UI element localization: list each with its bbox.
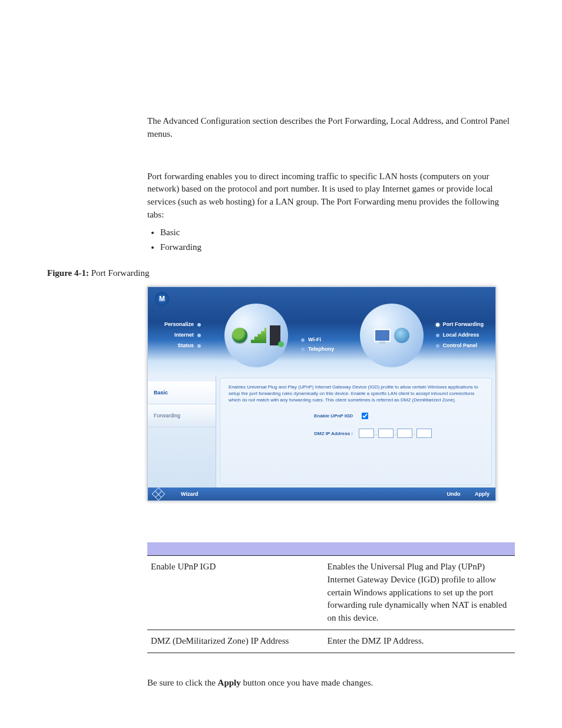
- side-tabs: Basic Forwarding: [148, 375, 216, 487]
- router-footer: Wizard Undo Apply: [148, 487, 495, 500]
- nav-status[interactable]: Status: [164, 342, 201, 348]
- nav-internet[interactable]: Internet: [164, 332, 201, 338]
- dot-icon: [436, 323, 439, 327]
- wizard-link[interactable]: Wizard: [181, 491, 198, 497]
- globe-icon: [232, 328, 247, 343]
- closing-note: Be sure to click the Apply button once y…: [147, 677, 515, 690]
- nav-telephony[interactable]: Telephony: [301, 346, 334, 352]
- figure-title: Port Forwarding: [91, 268, 150, 278]
- dot-icon: [197, 344, 201, 348]
- apply-button[interactable]: Apply: [475, 491, 490, 497]
- dmz-ip-octet-2[interactable]: [378, 429, 394, 438]
- pc-tower-icon: [270, 325, 280, 345]
- dmz-ip-octet-3[interactable]: [397, 429, 412, 438]
- dot-icon: [436, 344, 439, 348]
- nav-port-forwarding[interactable]: Port Forwarding: [436, 321, 484, 327]
- nav-control-panel[interactable]: Control Panel: [436, 342, 484, 348]
- option-name: DMZ (DeMilitarized Zone) IP Address: [147, 630, 324, 653]
- monitor-icon: [374, 329, 391, 342]
- nav-wifi[interactable]: Wi-Fi: [301, 337, 334, 342]
- enable-upnp-checkbox[interactable]: [362, 413, 369, 420]
- enable-upnp-label: Enable UPnP IGD: [229, 413, 353, 419]
- tab-forwarding[interactable]: Forwarding: [148, 404, 216, 427]
- dot-icon: [197, 323, 201, 327]
- router-header: M Personalize Internet Status Wi-Fi Tele…: [148, 287, 495, 375]
- apply-text-bold: Apply: [218, 678, 241, 687]
- nav-personalize[interactable]: Personalize: [164, 321, 201, 327]
- figure-caption: Figure 4-1: Port Forwarding: [47, 268, 515, 278]
- option-name: Enable UPnP IGD: [147, 556, 324, 630]
- options-table: Enable UPnP IGD Enables the Universal Pl…: [147, 542, 515, 653]
- dmz-ip-label: DMZ IP Address :: [229, 431, 353, 436]
- header-mid-nav: Wi-Fi Telephony: [301, 337, 334, 355]
- pf-tabs-list: Basic Forwarding: [147, 226, 515, 255]
- list-item: Forwarding: [160, 241, 515, 254]
- dmz-ip-octet-4[interactable]: [416, 429, 432, 438]
- nav-local-address[interactable]: Local Address: [436, 332, 484, 338]
- undo-button[interactable]: Undo: [447, 491, 460, 497]
- option-description: Enables the Universal Plug and Play (UPn…: [324, 556, 515, 630]
- panel-description: Enables Universal Plug and Play (UPnP) I…: [229, 384, 483, 403]
- signal-bars-icon: [251, 328, 266, 343]
- list-item: Basic: [160, 226, 515, 239]
- dot-icon: [301, 338, 305, 342]
- header-bubble-network: [360, 304, 424, 367]
- dot-icon: [436, 334, 439, 337]
- table-row: DMZ (DeMilitarized Zone) IP Address Ente…: [147, 630, 515, 653]
- dmz-ip-row: DMZ IP Address : . . .: [229, 429, 483, 438]
- option-description: Enter the DMZ IP Address.: [324, 630, 515, 653]
- header-right-nav: Port Forwarding Local Address Control Pa…: [436, 321, 484, 353]
- figure-label: Figure 4-1:: [47, 268, 89, 278]
- dmz-ip-octet-1[interactable]: [359, 429, 374, 438]
- header-left-nav: Personalize Internet Status: [164, 321, 201, 353]
- motorola-logo-icon: M: [155, 292, 169, 306]
- port-forwarding-paragraph: Port forwarding enables you to direct in…: [147, 170, 515, 222]
- intro-paragraph: The Advanced Configuration section descr…: [147, 115, 515, 141]
- router-admin-screenshot: M Personalize Internet Status Wi-Fi Tele…: [147, 286, 496, 501]
- dmz-ip-inputs: . . .: [359, 429, 483, 438]
- wizard-icon[interactable]: [152, 487, 166, 501]
- world-icon: [394, 328, 409, 343]
- table-header-bar: [147, 542, 515, 556]
- dot-icon: [301, 348, 305, 351]
- table-row: Enable UPnP IGD Enables the Universal Pl…: [147, 556, 515, 630]
- header-bubble-internet: [224, 304, 288, 367]
- enable-upnp-row: Enable UPnP IGD: [229, 410, 483, 421]
- dot-icon: [197, 334, 201, 337]
- basic-panel: Enables Universal Plug and Play (UPnP) I…: [220, 378, 492, 485]
- tab-basic[interactable]: Basic: [148, 381, 216, 404]
